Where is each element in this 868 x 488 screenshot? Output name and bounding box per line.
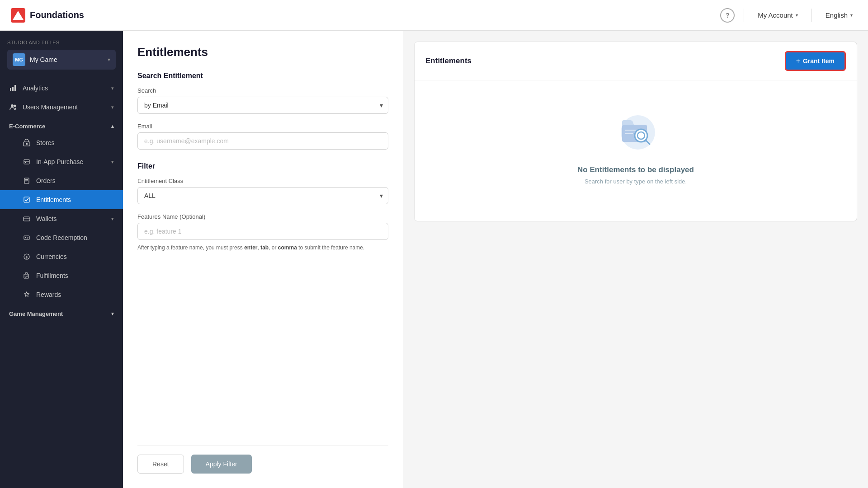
svg-text:$: $ — [26, 255, 28, 259]
studio-section: STUDIO AND TITLES MG My Game ▾ — [0, 31, 123, 75]
language-chevron-icon: ▾ — [850, 13, 853, 18]
studio-section-label: STUDIO AND TITLES — [7, 40, 116, 45]
email-input[interactable] — [137, 132, 388, 150]
svg-rect-2 — [10, 88, 11, 91]
grant-item-label: Grant Item — [803, 57, 835, 65]
game-management-chevron-icon: ▾ — [111, 311, 114, 317]
search-section-title: Search Entitlement — [137, 72, 388, 80]
card-header: Entitlements + Grant Item — [415, 42, 857, 80]
features-name-group: Features Name (Optional) After typing a … — [137, 213, 388, 252]
sidebar-item-analytics-label: Analytics — [23, 84, 48, 92]
svg-rect-16 — [24, 197, 29, 202]
stores-icon — [23, 139, 31, 147]
svg-point-19 — [25, 237, 26, 238]
code-redemption-icon — [23, 234, 31, 242]
svg-rect-24 — [24, 274, 28, 278]
sidebar-item-currencies[interactable]: $ Currencies — [0, 247, 123, 266]
features-name-input[interactable] — [137, 223, 388, 240]
search-type-select[interactable]: by Email by User ID by Item ID — [137, 97, 388, 114]
studio-selector[interactable]: MG My Game ▾ — [7, 50, 116, 70]
entitlements-card: Entitlements + Grant Item — [414, 42, 857, 221]
svg-point-6 — [14, 105, 16, 107]
svg-rect-11 — [25, 162, 26, 163]
sidebar-item-entitlements[interactable]: Entitlements — [0, 190, 123, 209]
svg-rect-4 — [14, 85, 16, 91]
nav-section: Analytics ▾ Users Management ▾ E-Commerc… — [0, 75, 123, 324]
app-name: Foundations — [30, 10, 84, 20]
search-label: Search — [137, 87, 388, 94]
sidebar-item-orders-label: Orders — [36, 177, 56, 184]
filter-section: Filter Entitlement Class ALL ENTITLEMENT… — [137, 162, 388, 261]
studio-name: My Game — [30, 56, 103, 63]
sidebar-item-entitlements-label: Entitlements — [36, 196, 71, 203]
sidebar-item-stores-label: Stores — [36, 139, 54, 146]
foundations-logo-icon — [11, 8, 25, 23]
svg-point-5 — [11, 104, 14, 107]
logo: Foundations — [11, 8, 84, 23]
entitlement-class-select[interactable]: ALL ENTITLEMENT CONSUMABLE PERMANENT — [137, 187, 388, 204]
orders-icon — [23, 177, 31, 185]
grant-item-button[interactable]: + Grant Item — [785, 51, 846, 71]
search-section: Search Entitlement Search by Email by Us… — [137, 72, 388, 114]
fulfillments-icon — [23, 272, 31, 280]
sidebar-item-in-app-purchase[interactable]: In-App Purchase ▾ — [0, 152, 123, 171]
features-hint-text: After typing a feature name, you must pr… — [137, 244, 388, 252]
game-management-label: Game Management — [9, 310, 63, 317]
entitlement-class-label: Entitlement Class — [137, 178, 388, 184]
search-select-wrapper: by Email by User ID by Item ID — [137, 97, 388, 114]
divider2 — [811, 9, 812, 22]
svg-rect-9 — [24, 160, 29, 164]
reset-button[interactable]: Reset — [137, 455, 184, 474]
sidebar-item-game-management[interactable]: Game Management ▾ — [0, 304, 123, 321]
svg-rect-8 — [26, 143, 28, 145]
sidebar: STUDIO AND TITLES MG My Game ▾ Analytics… — [0, 31, 123, 488]
sidebar-item-wallets[interactable]: Wallets ▾ — [0, 209, 123, 228]
sidebar-item-rewards[interactable]: Rewards — [0, 285, 123, 304]
bottom-actions: Reset Apply Filter — [137, 445, 388, 488]
sidebar-item-iap-label: In-App Purchase — [36, 158, 83, 165]
my-account-button[interactable]: My Account ▾ — [753, 9, 802, 22]
analytics-icon — [9, 84, 17, 92]
ecommerce-chevron-icon: ▴ — [111, 123, 114, 129]
account-chevron-icon: ▾ — [796, 13, 798, 18]
page-title: Entitlements — [137, 45, 388, 59]
content-area: Entitlements Search Entitlement Search b… — [123, 31, 868, 488]
left-panel: Entitlements Search Entitlement Search b… — [123, 31, 403, 488]
iap-chevron-icon: ▾ — [111, 159, 114, 165]
sidebar-item-ecommerce[interactable]: E-Commerce ▴ — [0, 117, 123, 133]
main-layout: STUDIO AND TITLES MG My Game ▾ Analytics… — [0, 31, 868, 488]
studio-chevron-icon: ▾ — [108, 56, 110, 63]
svg-rect-17 — [24, 217, 30, 221]
entitlement-class-select-wrapper: ALL ENTITLEMENT CONSUMABLE PERMANENT — [137, 187, 388, 204]
email-label: Email — [137, 123, 388, 130]
language-button[interactable]: English ▾ — [821, 9, 857, 22]
help-button[interactable]: ? — [720, 8, 735, 23]
svg-rect-18 — [24, 236, 29, 239]
currencies-icon: $ — [23, 253, 31, 261]
sidebar-item-currencies-label: Currencies — [36, 253, 67, 260]
card-title: Entitlements — [425, 56, 472, 66]
users-management-icon — [9, 103, 17, 111]
card-empty-state: No Entitlements to be displayed Search f… — [415, 80, 857, 221]
language-label: English — [826, 11, 848, 19]
empty-subtitle: Search for user by type on the left side… — [585, 178, 687, 185]
sidebar-item-rewards-label: Rewards — [36, 291, 61, 298]
sidebar-item-analytics[interactable]: Analytics ▾ — [0, 79, 123, 98]
plus-icon: + — [796, 57, 800, 65]
empty-illustration — [613, 108, 658, 155]
sidebar-item-code-redemption[interactable]: Code Redemption — [0, 228, 123, 247]
sidebar-item-orders[interactable]: Orders — [0, 171, 123, 190]
apply-filter-button[interactable]: Apply Filter — [191, 455, 252, 474]
in-app-purchase-icon — [23, 158, 31, 166]
svg-rect-3 — [12, 87, 14, 91]
wallets-chevron-icon: ▾ — [111, 216, 114, 222]
users-chevron-icon: ▾ — [111, 104, 114, 110]
sidebar-item-fulfillments[interactable]: Fulfillments — [0, 266, 123, 285]
sidebar-item-stores[interactable]: Stores — [0, 133, 123, 152]
ecommerce-label: E-Commerce — [9, 123, 45, 130]
svg-point-27 — [635, 129, 647, 142]
sidebar-item-fulfillments-label: Fulfillments — [36, 272, 68, 279]
empty-title: No Entitlements to be displayed — [577, 165, 694, 174]
sidebar-item-users-management[interactable]: Users Management ▾ — [0, 98, 123, 117]
no-data-illustration — [613, 108, 658, 153]
